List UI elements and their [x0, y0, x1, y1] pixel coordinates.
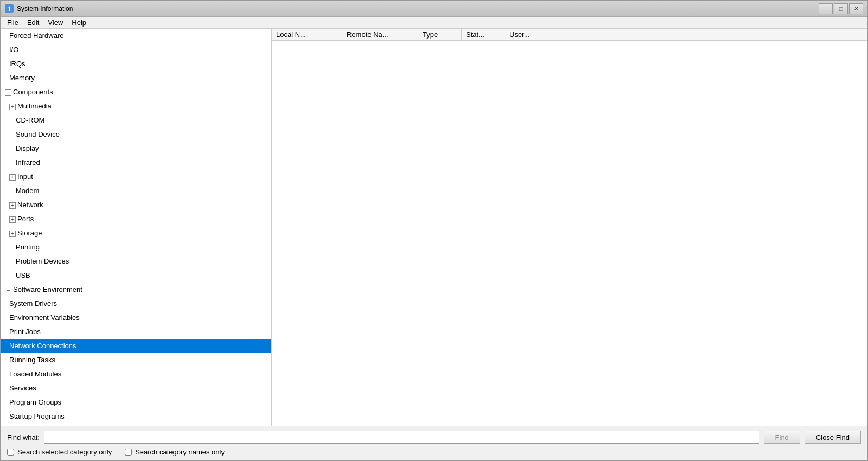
- tree-item[interactable]: Forced Hardware: [1, 29, 271, 43]
- window-title: System Information: [17, 5, 819, 12]
- maximize-button[interactable]: □: [834, 3, 848, 14]
- close-find-button[interactable]: Close Find: [805, 431, 861, 444]
- checkbox-category-names-label: Search category names only: [135, 448, 225, 456]
- expand-icon[interactable]: +: [9, 104, 16, 110]
- checkbox-selected-category-label: Search selected category only: [17, 448, 112, 456]
- tree-view[interactable]: Forced HardwareI/OIRQsMemory–Components+…: [1, 29, 271, 426]
- right-pane: Local N... Remote Na... Type Stat... Use…: [272, 29, 867, 426]
- main-content: Forced HardwareI/OIRQsMemory–Components+…: [1, 29, 867, 426]
- tree-item[interactable]: Running Tasks: [1, 353, 271, 367]
- tree-item[interactable]: IRQs: [1, 57, 271, 71]
- bottom-bar: Find what: Find Close Find Search select…: [1, 426, 867, 460]
- app-icon: [5, 4, 14, 13]
- menu-edit[interactable]: Edit: [23, 17, 43, 28]
- expand-icon[interactable]: –: [5, 287, 11, 293]
- tree-item[interactable]: +Network: [1, 198, 271, 212]
- tree-item[interactable]: Loaded Modules: [1, 367, 271, 381]
- expand-icon[interactable]: –: [5, 89, 11, 96]
- col-type[interactable]: Type: [418, 29, 462, 40]
- tree-item[interactable]: I/O: [1, 43, 271, 57]
- tree-item[interactable]: –Software Environment: [1, 283, 271, 297]
- find-label: Find what:: [7, 433, 40, 441]
- tree-item[interactable]: Program Groups: [1, 395, 271, 409]
- tree-item[interactable]: System Drivers: [1, 297, 271, 311]
- tree-item[interactable]: Display: [1, 142, 271, 156]
- svg-rect-2: [9, 8, 10, 11]
- minimize-button[interactable]: ─: [819, 3, 833, 14]
- tree-item[interactable]: CD-ROM: [1, 113, 271, 127]
- expand-icon[interactable]: +: [9, 216, 16, 223]
- tree-item[interactable]: Services: [1, 381, 271, 395]
- system-information-window: System Information ─ □ ✕ File Edit View …: [0, 0, 868, 461]
- tree-item[interactable]: Startup Programs: [1, 409, 271, 424]
- find-row: Find what: Find Close Find: [7, 431, 861, 444]
- title-bar: System Information ─ □ ✕: [1, 1, 867, 17]
- left-pane: Forced HardwareI/OIRQsMemory–Components+…: [1, 29, 272, 426]
- expand-icon[interactable]: +: [9, 230, 16, 237]
- find-input[interactable]: [44, 431, 760, 444]
- checkbox-selected-category[interactable]: Search selected category only: [7, 448, 112, 456]
- tree-item[interactable]: Printing: [1, 240, 271, 254]
- checkbox-row: Search selected category only Search cat…: [7, 448, 861, 456]
- menu-bar: File Edit View Help: [1, 17, 867, 29]
- detail-content: [272, 41, 867, 426]
- close-button[interactable]: ✕: [849, 3, 863, 14]
- col-local-name[interactable]: Local N...: [272, 29, 342, 40]
- col-remote-name[interactable]: Remote Na...: [342, 29, 418, 40]
- tree-item[interactable]: +Ports: [1, 212, 271, 226]
- svg-point-1: [9, 6, 10, 8]
- tree-item[interactable]: Print Jobs: [1, 325, 271, 339]
- tree-item[interactable]: Sound Device: [1, 127, 271, 142]
- checkbox-category-names-input[interactable]: [125, 449, 132, 456]
- checkbox-category-names[interactable]: Search category names only: [125, 448, 225, 456]
- tree-item[interactable]: Infrared: [1, 156, 271, 170]
- expand-icon[interactable]: +: [9, 202, 16, 209]
- tree-item[interactable]: Problem Devices: [1, 254, 271, 268]
- tree-item[interactable]: Modem: [1, 184, 271, 198]
- col-status[interactable]: Stat...: [462, 29, 505, 40]
- menu-file[interactable]: File: [3, 17, 23, 28]
- tree-item[interactable]: Network Connections: [1, 339, 271, 353]
- tree-item[interactable]: –Components: [1, 85, 271, 99]
- checkbox-selected-category-input[interactable]: [7, 449, 14, 456]
- tree-item[interactable]: Memory: [1, 71, 271, 85]
- tree-item[interactable]: Environment Variables: [1, 311, 271, 325]
- find-button[interactable]: Find: [764, 431, 800, 444]
- tree-item[interactable]: +Storage: [1, 226, 271, 240]
- expand-icon[interactable]: +: [9, 174, 16, 181]
- window-controls: ─ □ ✕: [819, 3, 863, 14]
- tree-item[interactable]: +Input: [1, 170, 271, 184]
- tree-item[interactable]: +Multimedia: [1, 99, 271, 113]
- tree-item[interactable]: USB: [1, 268, 271, 283]
- menu-help[interactable]: Help: [67, 17, 91, 28]
- column-headers: Local N... Remote Na... Type Stat... Use…: [272, 29, 867, 41]
- menu-view[interactable]: View: [43, 17, 67, 28]
- col-user[interactable]: User...: [505, 29, 548, 40]
